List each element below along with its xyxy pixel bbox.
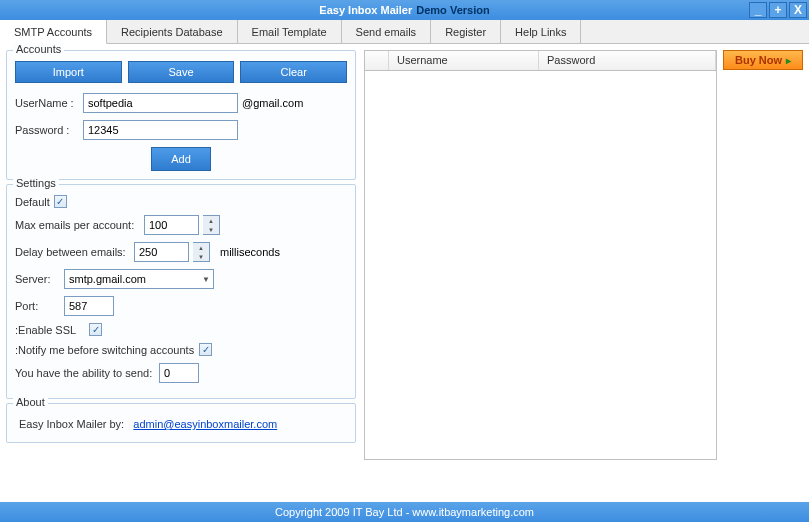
username-input[interactable] bbox=[83, 93, 238, 113]
delay-label: Delay between emails: bbox=[15, 246, 130, 258]
app-title: Easy Inbox Mailer bbox=[319, 4, 412, 16]
domain-label: @gmail.com bbox=[242, 97, 303, 109]
minimize-button[interactable]: _ bbox=[749, 2, 767, 18]
delay-down[interactable]: ▼ bbox=[193, 252, 209, 261]
left-panel: Accounts Import Save Clear UserName : @g… bbox=[6, 50, 356, 493]
tab-email-template[interactable]: Email Template bbox=[238, 20, 342, 43]
buy-now-label: Buy Now bbox=[735, 54, 782, 66]
content-area: Accounts Import Save Clear UserName : @g… bbox=[0, 44, 809, 499]
table-header: Username Password bbox=[365, 51, 716, 71]
tab-recipients-database[interactable]: Recipients Database bbox=[107, 20, 238, 43]
accounts-table: Username Password bbox=[364, 50, 717, 460]
about-text: Easy Inbox Mailer by: admin@easyinboxmai… bbox=[15, 414, 347, 434]
accounts-group: Accounts Import Save Clear UserName : @g… bbox=[6, 50, 356, 180]
tab-smtp-accounts[interactable]: SMTP Accounts bbox=[0, 20, 107, 44]
delay-unit: milliseconds bbox=[220, 246, 280, 258]
default-checkbox[interactable]: ✓ bbox=[54, 195, 67, 208]
server-combo[interactable]: smtp.gmail.com ▼ bbox=[64, 269, 214, 289]
username-row: UserName : @gmail.com bbox=[15, 93, 347, 113]
password-label: Password : bbox=[15, 124, 79, 136]
table-col-password[interactable]: Password bbox=[539, 51, 716, 70]
clear-button[interactable]: Clear bbox=[240, 61, 347, 83]
window-controls: _ + X bbox=[749, 2, 807, 18]
add-container: Add bbox=[15, 147, 347, 171]
password-input[interactable] bbox=[83, 120, 238, 140]
about-prefix: Easy Inbox Mailer by: bbox=[19, 418, 124, 430]
delay-row: Delay between emails: ▲ ▼ milliseconds bbox=[15, 242, 347, 262]
server-row: Server: smtp.gmail.com ▼ bbox=[15, 269, 347, 289]
about-link[interactable]: admin@easyinboxmailer.com bbox=[133, 418, 277, 430]
buy-now-button[interactable]: Buy Now ▸ bbox=[723, 50, 803, 70]
notify-label: :Notify me before switching accounts bbox=[15, 344, 195, 356]
about-legend: About bbox=[13, 396, 48, 408]
delay-up[interactable]: ▲ bbox=[193, 243, 209, 252]
port-row: Port: bbox=[15, 296, 347, 316]
settings-group: Settings Default ✓ Max emails per accoun… bbox=[6, 184, 356, 399]
about-group: About Easy Inbox Mailer by: admin@easyin… bbox=[6, 403, 356, 443]
tab-send-emails[interactable]: Send emails bbox=[342, 20, 432, 43]
default-label: Default bbox=[15, 196, 50, 208]
table-col-icon[interactable] bbox=[365, 51, 389, 70]
port-label: Port: bbox=[15, 300, 60, 312]
accounts-legend: Accounts bbox=[13, 43, 64, 55]
settings-legend: Settings bbox=[13, 177, 59, 189]
add-button[interactable]: Add bbox=[151, 147, 211, 171]
tab-row: SMTP Accounts Recipients Database Email … bbox=[0, 20, 809, 44]
max-emails-row: Max emails per account: ▲ ▼ bbox=[15, 215, 347, 235]
delay-spinner: ▲ ▼ bbox=[193, 242, 210, 262]
arrow-right-icon: ▸ bbox=[786, 55, 791, 66]
username-label: UserName : bbox=[15, 97, 79, 109]
notify-row: :Notify me before switching accounts ✓ bbox=[15, 343, 347, 356]
tab-register[interactable]: Register bbox=[431, 20, 501, 43]
right-panel: Username Password Buy Now ▸ bbox=[364, 50, 803, 493]
default-row: Default ✓ bbox=[15, 195, 347, 208]
delay-input[interactable] bbox=[134, 242, 189, 262]
titlebar: Easy Inbox MailerDemo Version _ + X bbox=[0, 0, 809, 20]
max-emails-spinner: ▲ ▼ bbox=[203, 215, 220, 235]
chevron-down-icon: ▼ bbox=[202, 275, 210, 284]
close-button[interactable]: X bbox=[789, 2, 807, 18]
maximize-button[interactable]: + bbox=[769, 2, 787, 18]
tab-help-links[interactable]: Help Links bbox=[501, 20, 581, 43]
version-label: Demo Version bbox=[416, 4, 489, 16]
ssl-label: :Enable SSL bbox=[15, 324, 85, 336]
server-label: Server: bbox=[15, 273, 60, 285]
notify-checkbox[interactable]: ✓ bbox=[199, 343, 212, 356]
save-button[interactable]: Save bbox=[128, 61, 235, 83]
import-button[interactable]: Import bbox=[15, 61, 122, 83]
port-input[interactable] bbox=[64, 296, 114, 316]
password-row: Password : bbox=[15, 120, 347, 140]
table-col-username[interactable]: Username bbox=[389, 51, 539, 70]
footer: Copyright 2009 IT Bay Ltd - www.itbaymar… bbox=[0, 502, 809, 522]
ssl-row: :Enable SSL ✓ bbox=[15, 323, 347, 336]
accounts-button-row: Import Save Clear bbox=[15, 61, 347, 83]
ssl-checkbox[interactable]: ✓ bbox=[89, 323, 102, 336]
ability-row: You have the ability to send: bbox=[15, 363, 347, 383]
max-emails-input[interactable] bbox=[144, 215, 199, 235]
server-value: smtp.gmail.com bbox=[69, 273, 146, 285]
ability-input[interactable] bbox=[159, 363, 199, 383]
max-emails-down[interactable]: ▼ bbox=[203, 225, 219, 234]
max-emails-label: Max emails per account: bbox=[15, 219, 140, 231]
ability-label: You have the ability to send: bbox=[15, 367, 155, 379]
max-emails-up[interactable]: ▲ bbox=[203, 216, 219, 225]
